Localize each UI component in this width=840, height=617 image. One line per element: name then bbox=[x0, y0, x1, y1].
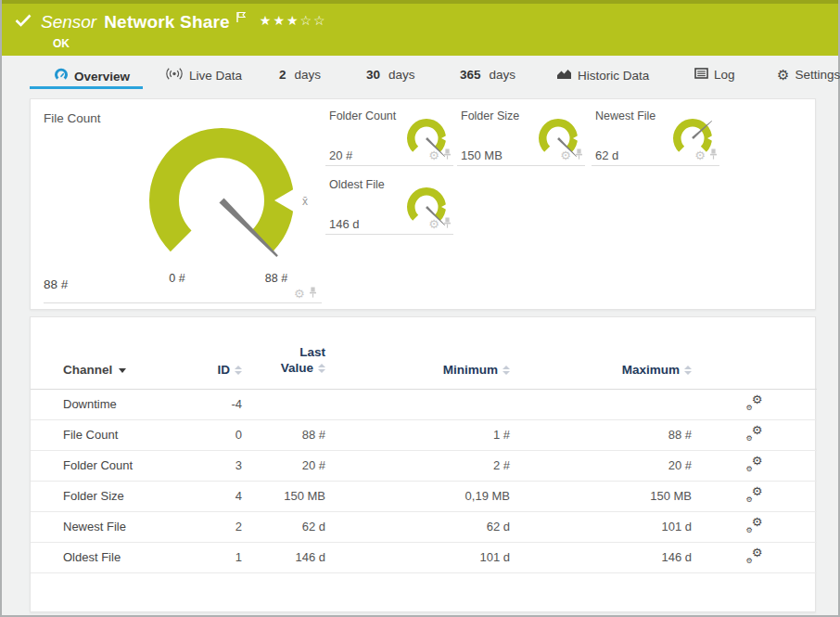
table-row-downtime: Downtime -4 ⚙⚙ bbox=[31, 389, 817, 419]
status-ok-check-icon bbox=[15, 14, 32, 31]
channel-gear-icon[interactable]: ⚙ bbox=[428, 218, 439, 230]
flag-icon[interactable] bbox=[235, 10, 247, 27]
tab-30-days[interactable]: 30days bbox=[366, 68, 415, 82]
tab-settings[interactable]: ⚙ Settings bbox=[777, 68, 840, 82]
channel-id: 3 bbox=[184, 450, 242, 481]
mini-gauge-newest-file: Newest File 62 d ⚙ bbox=[592, 107, 719, 166]
channel-minimum: 62 d bbox=[325, 511, 510, 542]
channel-id: 4 bbox=[184, 481, 242, 511]
channel-settings-icon[interactable]: ⚙⚙ bbox=[746, 456, 763, 471]
mini-gauge-title: Newest File bbox=[595, 109, 655, 122]
cell-divider bbox=[44, 302, 322, 303]
gauge-scale-max: 88 # bbox=[256, 272, 297, 285]
sort-icon bbox=[503, 366, 510, 375]
primary-gauge-value: 88 # bbox=[44, 277, 68, 291]
tab-overview[interactable]: Overview bbox=[54, 68, 130, 84]
channel-gear-icon[interactable]: ⚙ bbox=[560, 149, 571, 161]
channel-id: 1 bbox=[184, 542, 242, 572]
pin-icon[interactable] bbox=[443, 215, 452, 232]
channel-name[interactable]: File Count bbox=[31, 419, 184, 450]
channel-name[interactable]: Folder Count bbox=[31, 450, 184, 481]
channel-maximum: 146 d bbox=[510, 542, 692, 572]
mini-gauge-value: 62 d bbox=[595, 148, 618, 162]
primary-gauge-title: File Count bbox=[44, 111, 101, 125]
channel-table-panel: Channel ID Last Value Minimum Maximum Do… bbox=[30, 316, 816, 612]
channel-gear-icon[interactable]: ⚙ bbox=[694, 149, 706, 161]
channel-name[interactable]: Folder Size bbox=[31, 481, 184, 511]
tab-log[interactable]: Log bbox=[694, 68, 735, 82]
sensor-header: Sensor Network Share ★★★☆☆ OK bbox=[2, 4, 838, 56]
area-chart-icon bbox=[556, 68, 572, 83]
channel-last-value: 146 d bbox=[242, 542, 325, 572]
mini-gauge-value: 146 d bbox=[329, 217, 360, 231]
table-row-oldest-file: Oldest File 1 146 d 101 d 146 d ⚙⚙ bbox=[31, 542, 817, 572]
column-header-last-value[interactable]: Last Value bbox=[242, 345, 325, 389]
mean-marker-label: x̄ bbox=[302, 195, 308, 208]
mini-gauge-folder-size: Folder Size 150 MB ⚙ bbox=[457, 107, 585, 166]
mini-gauge-value: 150 MB bbox=[461, 148, 503, 162]
priority-stars[interactable]: ★★★☆☆ bbox=[260, 13, 327, 28]
channel-id: 0 bbox=[184, 419, 242, 450]
mini-gauge-value: 20 # bbox=[329, 148, 352, 162]
channel-minimum: 2 # bbox=[325, 450, 510, 481]
mini-gauge-title: Oldest File bbox=[329, 178, 385, 191]
tab-live-data[interactable]: Live Data bbox=[165, 68, 242, 83]
column-header-maximum[interactable]: Maximum bbox=[510, 345, 692, 389]
table-header-row: Channel ID Last Value Minimum Maximum bbox=[31, 345, 817, 389]
sort-icon bbox=[318, 364, 325, 373]
column-header-actions bbox=[692, 345, 817, 389]
column-header-id[interactable]: ID bbox=[184, 345, 242, 389]
channel-minimum: 101 d bbox=[325, 542, 510, 572]
pin-icon[interactable] bbox=[309, 285, 317, 302]
channel-settings-icon[interactable]: ⚙⚙ bbox=[746, 548, 763, 563]
channel-gear-icon[interactable]: ⚙ bbox=[428, 149, 439, 161]
channel-minimum: 0,19 MB bbox=[325, 481, 510, 511]
live-broadcast-icon bbox=[165, 68, 184, 83]
channel-gear-icon[interactable]: ⚙ bbox=[294, 288, 305, 300]
channel-id: 2 bbox=[184, 511, 242, 542]
tab-historic-data[interactable]: Historic Data bbox=[556, 68, 649, 83]
sort-icon bbox=[684, 366, 692, 375]
channel-settings-icon[interactable]: ⚙⚙ bbox=[746, 395, 763, 410]
primary-gauge: x̄ bbox=[124, 112, 321, 276]
pin-icon[interactable] bbox=[443, 147, 452, 163]
gauges-panel: File Count x̄ 0 # 88 # 88 # ⚙ Folder Cou… bbox=[30, 98, 816, 310]
channel-settings-icon[interactable]: ⚙⚙ bbox=[746, 426, 763, 441]
status-badge: OK bbox=[53, 37, 838, 50]
channel-maximum: 88 # bbox=[510, 419, 692, 450]
pin-icon[interactable] bbox=[709, 147, 718, 163]
channel-maximum: 101 d bbox=[510, 511, 692, 542]
channel-name[interactable]: Newest File bbox=[31, 511, 184, 542]
tab-2-days[interactable]: 2days bbox=[279, 68, 321, 82]
column-header-channel[interactable]: Channel bbox=[31, 345, 184, 389]
gauge-scale-min: 0 # bbox=[159, 272, 196, 285]
channel-settings-icon[interactable]: ⚙⚙ bbox=[746, 487, 763, 502]
table-row-file-count: File Count 0 88 # 1 # 88 # ⚙⚙ bbox=[31, 419, 817, 450]
sort-icon bbox=[235, 366, 242, 375]
channel-name[interactable]: Downtime bbox=[31, 389, 184, 419]
channel-last-value: 20 # bbox=[242, 450, 325, 481]
sort-desc-icon bbox=[119, 368, 126, 373]
column-header-minimum[interactable]: Minimum bbox=[325, 345, 510, 389]
channel-id: -4 bbox=[184, 389, 242, 419]
tab-365-days[interactable]: 365days bbox=[460, 68, 515, 82]
channel-maximum bbox=[510, 389, 692, 419]
prtg-window: Sensor Network Share ★★★☆☆ OK Overview L… bbox=[0, 0, 840, 617]
gauge-icon bbox=[54, 68, 69, 84]
mini-gauge-folder-count: Folder Count 20 # ⚙ bbox=[325, 107, 453, 166]
channel-last-value: 150 MB bbox=[242, 481, 325, 511]
channel-settings-icon[interactable]: ⚙⚙ bbox=[746, 518, 763, 533]
channel-last-value: 62 d bbox=[242, 511, 325, 542]
table-row-folder-count: Folder Count 3 20 # 2 # 20 # ⚙⚙ bbox=[31, 450, 817, 481]
mini-gauge-oldest-file: Oldest File 146 d ⚙ bbox=[325, 175, 453, 235]
channel-minimum: 1 # bbox=[325, 419, 510, 450]
active-tab-underline bbox=[30, 86, 143, 89]
mini-gauge-title: Folder Count bbox=[329, 109, 396, 122]
object-kind-label: Sensor bbox=[41, 12, 96, 32]
channel-last-value bbox=[242, 389, 325, 419]
mini-gauge-title: Folder Size bbox=[461, 109, 519, 122]
channel-maximum: 20 # bbox=[510, 450, 692, 481]
channel-maximum: 150 MB bbox=[510, 481, 692, 511]
channel-name[interactable]: Oldest File bbox=[31, 542, 184, 572]
pin-icon[interactable] bbox=[575, 147, 583, 163]
